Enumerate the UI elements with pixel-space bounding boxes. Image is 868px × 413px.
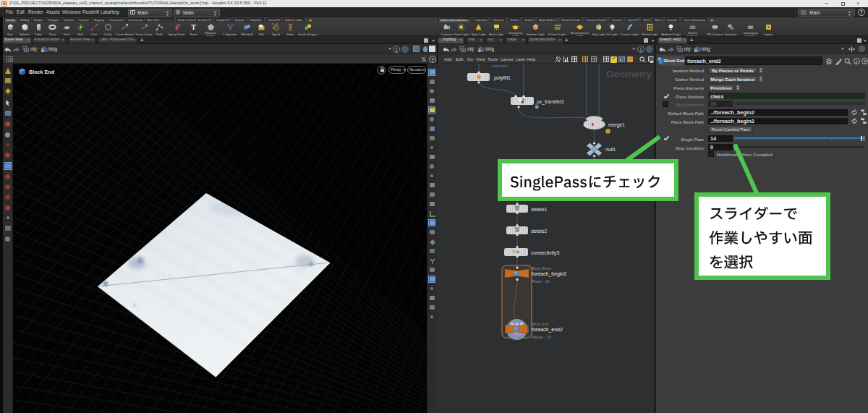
svg-text:Geometry: Geometry — [606, 69, 652, 80]
svg-text:polyfill1: polyfill1 — [494, 75, 511, 81]
svg-text:Piece : 14: Piece : 14 — [532, 279, 550, 284]
svg-text:delete1: delete1 — [531, 207, 548, 212]
svg-text:merge1: merge1 — [608, 122, 625, 128]
svg-text:Merge : 15: Merge : 15 — [532, 335, 551, 339]
svg-text:Block Begin: Block Begin — [532, 266, 552, 271]
svg-text:Block End: Block End — [532, 322, 548, 326]
svg-text:foreach_end2: foreach_end2 — [532, 327, 563, 333]
svg-text:connectivity3: connectivity3 — [531, 250, 560, 256]
svg-text:selection: selection — [492, 64, 509, 68]
svg-text:foreach_begin2: foreach_begin2 — [532, 271, 566, 277]
svg-text:uv_transfer2: uv_transfer2 — [537, 99, 564, 105]
svg-text:null1: null1 — [605, 147, 616, 152]
svg-text:delete2: delete2 — [531, 229, 548, 234]
svg-text:T: T — [191, 23, 196, 31]
